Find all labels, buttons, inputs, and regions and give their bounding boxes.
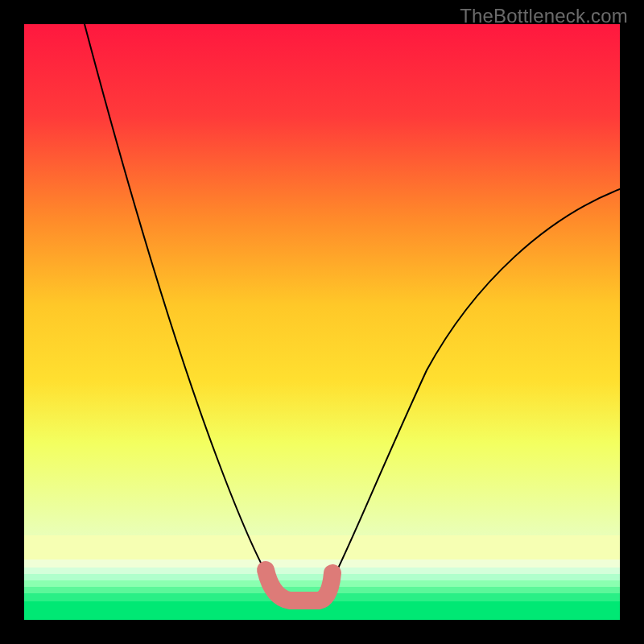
band-green-1 bbox=[24, 574, 620, 580]
band-pale-yellow bbox=[24, 535, 620, 559]
plot-area bbox=[24, 24, 620, 620]
bottleneck-chart-svg bbox=[24, 24, 620, 620]
band-pale-green-1 bbox=[24, 559, 620, 568]
watermark-text: TheBottleneck.com bbox=[460, 5, 628, 27]
chart-frame: TheBottleneck.com bbox=[0, 0, 644, 644]
gradient-background bbox=[24, 24, 620, 535]
band-pale-green-2 bbox=[24, 568, 620, 574]
